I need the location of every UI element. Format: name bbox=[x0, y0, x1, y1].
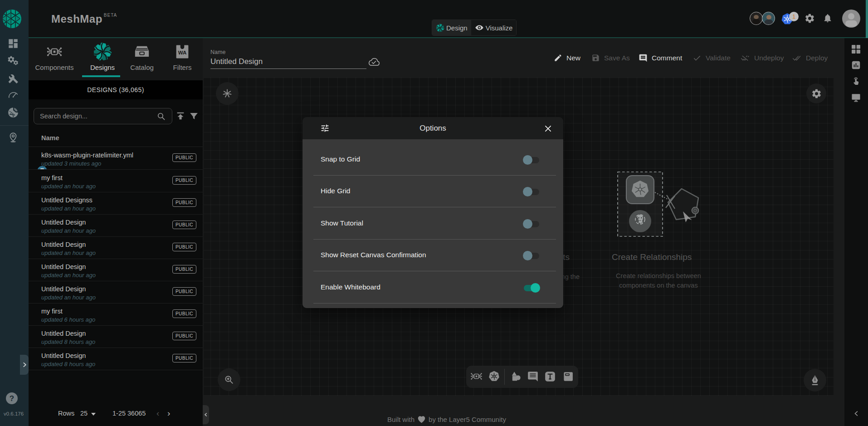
svg-text:?: ? bbox=[10, 394, 14, 403]
svg-text:WA: WA bbox=[178, 50, 187, 55]
